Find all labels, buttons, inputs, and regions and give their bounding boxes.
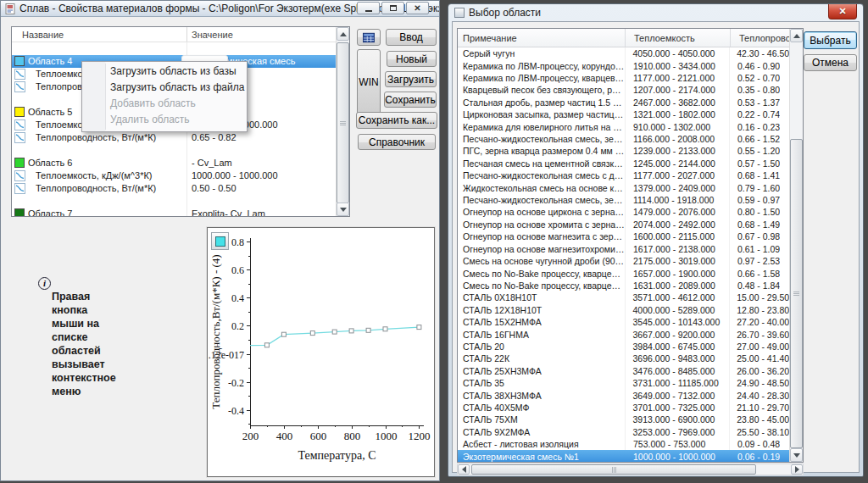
reference-button[interactable]: Справочник (358, 134, 436, 150)
table-row[interactable]: ПГС, зерна кварца размером 0.4 мм - 100%… (458, 145, 789, 157)
table-row[interactable]: Огнеупор на основе циркона с зернами 0.1… (458, 206, 789, 218)
save-button[interactable]: Сохранить (384, 92, 437, 108)
table-row[interactable]: Цирконовая засыпка, размер частиц 0.25 м… (458, 108, 789, 120)
svg-text:0.8: 0.8 (231, 236, 244, 248)
list-item[interactable]: Теплопроводность, Вт/(м*К)0.50 - 0.50 (12, 182, 336, 195)
save-as-button[interactable]: Сохранить как... (356, 112, 437, 129)
table-row[interactable]: Огнеупор на основе хромита с зернами 0.2… (458, 219, 789, 230)
table-row[interactable]: СТАЛЬ 203984.000 - 6745.00027.00 - 49.00 (458, 341, 789, 353)
scroll-down-button[interactable] (790, 448, 803, 462)
material-name-cell: СТАЛЬ 15Х2НМФА (458, 317, 625, 327)
table-row[interactable]: Асбест - листовая изоляция753.000 - 753.… (458, 438, 789, 450)
cancel-button[interactable]: Отмена (804, 54, 857, 71)
table-row[interactable]: СТАЛЬ 9Х2МФА3253.000 - 7969.00025.50 - 3… (458, 426, 789, 438)
table-row[interactable]: СТАЛЬ 353731.000 - 11185.00024.90 - 48.5… (458, 377, 789, 389)
table-row[interactable]: Огнеупор на основе магнезитохромита с зе… (458, 243, 789, 255)
table-row[interactable]: Смесь на основе чугунной дроби (90%) раз… (458, 255, 789, 267)
select-button[interactable]: Выбрать (804, 31, 857, 49)
conductivity-cell: 15.00 - 29.50 (728, 292, 789, 303)
scrollbar-thumb[interactable] (337, 42, 349, 203)
table-row[interactable]: Экзотермическая смесь №11000.000 - 1000.… (458, 450, 789, 462)
curve-icon (14, 81, 25, 92)
scroll-right-button[interactable] (791, 464, 803, 475)
table-row[interactable]: Песчано-жидкостекольная смесь, зерна ква… (458, 194, 789, 206)
conductivity-cell: 0.80 - 1.50 (729, 207, 780, 217)
table-row[interactable]: СТАЛЬ 40Х5МФ3701.000 - 7325.00021.10 - 2… (458, 402, 789, 414)
material-name-cell: Огнеупор на основе магнезита с зернами 0… (458, 231, 625, 242)
heat-capacity-cell: 1166.000 - 2008.000 (625, 134, 729, 144)
menu-item[interactable]: Загрузить область из файла (82, 80, 247, 96)
heat-capacity-cell: 3731.000 - 11185.000 (625, 378, 729, 388)
material-name-cell: Песчано-жидкостекольная смесь, зерна ква… (458, 195, 625, 205)
list-item[interactable]: Теплоемкость, кДж/(м^3*К)1000.000 - 1000… (12, 169, 336, 182)
scroll-up-button[interactable] (790, 29, 803, 42)
item-label: Теплопроводность, Вт/(м*К) (36, 183, 156, 193)
table-row[interactable]: Смесь по No-Bake процессу, кварцевые зер… (458, 267, 789, 279)
legend-swatch-icon (215, 236, 225, 247)
note-line: областей (52, 344, 116, 358)
table-row[interactable]: СТАЛЬ 15Х2НМФА3545.000 - 10143.00027.20 … (458, 316, 789, 328)
scroll-left-button[interactable] (458, 464, 470, 475)
list-vertical-scrollbar[interactable] (336, 27, 349, 216)
table-horizontal-scrollbar[interactable] (457, 464, 804, 475)
table-row[interactable]: Кварцевый песок без связующего, размер ч… (458, 84, 789, 96)
table-row[interactable]: Жидкостекольная смесь на основе кварца и… (458, 181, 789, 193)
conductivity-cell: 25.50 - 38.10 (728, 427, 789, 437)
item-value: - Cv_Lam (192, 158, 232, 168)
list-item[interactable]: Область 7Exoplita- Cv_Lam (12, 208, 336, 216)
win-button[interactable]: WIN (357, 49, 381, 114)
table-row[interactable]: СТАЛЬ 0Х18Н10Т3571.000 - 4612.00015.00 -… (458, 291, 789, 303)
material-name-cell: Экзотермическая смесь №1 (458, 452, 625, 462)
table-tool-button[interactable] (357, 29, 381, 46)
material-name-cell: Песчано-жидкостекольная смесь, зерна ква… (458, 134, 625, 144)
curve-icon (14, 119, 25, 130)
conductivity-cell: 0.57 - 1.50 (729, 158, 780, 169)
table-row[interactable]: СТАЛЬ 25ХН3МФА3476.000 - 8485.00026.00 -… (458, 365, 789, 377)
menu-item[interactable]: Загрузить область из базы (82, 64, 247, 80)
table-row[interactable]: СТАЛЬ 75ХМ3913.000 - 6900.00023.80 - 45.… (458, 414, 789, 425)
table-row[interactable]: Стальная дробь, размер частиц 1.5 мм, пл… (458, 97, 789, 108)
table-row[interactable]: СТАЛЬ 38ХН3МФА3649.000 - 7132.00024.40 -… (458, 389, 789, 401)
heat-capacity-cell: 1239.000 - 2133.000 (625, 146, 729, 156)
table-row[interactable]: Керамика по ЛВМ-процессу, кварцевая осно… (458, 72, 789, 84)
note-line: кнопка (52, 303, 116, 317)
heat-capacity-cell: 2074.000 - 2492.000 (625, 219, 729, 230)
list-item[interactable]: Теплопроводность, Вт/(м*К)0.65 - 0.82 (12, 131, 336, 144)
left-window: Сплав - Свойства материалов формы - C:\P… (0, 0, 440, 481)
table-row[interactable]: Песчаная смесь на цементной связке, зерн… (458, 158, 789, 169)
table-row[interactable]: Серый чугун4050.000 - 4050.00042.30 - 46… (458, 47, 789, 59)
left-titlebar[interactable]: Сплав - Свойства материалов формы - C:\P… (1, 1, 439, 17)
dialog-titlebar[interactable]: Выбор области (448, 4, 863, 21)
table-row[interactable]: Смесь по No-Bake процессу, кварцевые зер… (458, 280, 789, 291)
heat-capacity-cell: 1114.000 - 1918.000 (625, 195, 729, 205)
new-button[interactable]: Новый (387, 51, 437, 67)
vvod-button[interactable]: Ввод (386, 29, 437, 46)
conductivity-cell: 23.80 - 45.00 (728, 414, 789, 425)
svg-text:400: 400 (276, 430, 293, 442)
scroll-up-button[interactable] (337, 27, 349, 41)
material-name-cell: СТАЛЬ 22К (458, 353, 625, 364)
minimize-button[interactable] (357, 2, 380, 14)
maximize-button[interactable] (381, 2, 404, 14)
table-row[interactable]: СТАЛЬ 22К3696.000 - 9483.00025.00 - 41.4… (458, 353, 789, 364)
table-vertical-scrollbar[interactable] (789, 29, 803, 462)
thermal-conductivity-chart: -0.4-0.21.12e-0170.20.40.60.820040060080… (208, 228, 434, 476)
list-item[interactable]: Область 6- Cv_Lam (12, 157, 336, 169)
table-row[interactable]: СТАЛЬ 12Х18Н10Т4000.000 - 5289.00012.80 … (458, 304, 789, 316)
table-row[interactable]: Керамика по ЛВМ-процессу, корундовая осн… (458, 59, 789, 71)
table-row[interactable]: СТАЛЬ 16ГНМА3667.000 - 9200.00026.70 - 3… (458, 328, 789, 340)
dialog-close-button[interactable]: ✕ (828, 4, 857, 19)
table-row[interactable]: Песчано-жидкостекольная смесь с добавле.… (458, 169, 789, 181)
heat-capacity-cell: 1631.000 - 2089.000 (625, 280, 729, 291)
material-name-cell: Цирконовая засыпка, размер частиц 0.25 м… (458, 109, 625, 119)
load-button[interactable]: Загрузить (385, 71, 437, 87)
table-row[interactable]: Песчано-жидкостекольная смесь, зерна ква… (458, 133, 789, 145)
scroll-down-button[interactable] (337, 203, 349, 216)
scrollbar-thumb[interactable] (790, 139, 803, 448)
close-button[interactable]: ✕ (406, 2, 429, 14)
table-row[interactable]: Керамика для ювелирного литья на гипсов.… (458, 120, 789, 132)
table-row[interactable]: Огнеупор на основе магнезита с зернами 0… (458, 230, 789, 242)
header-divider[interactable] (186, 27, 187, 42)
material-name-cell: СТАЛЬ 20 (458, 341, 625, 352)
scrollbar-thumb[interactable] (471, 464, 756, 475)
